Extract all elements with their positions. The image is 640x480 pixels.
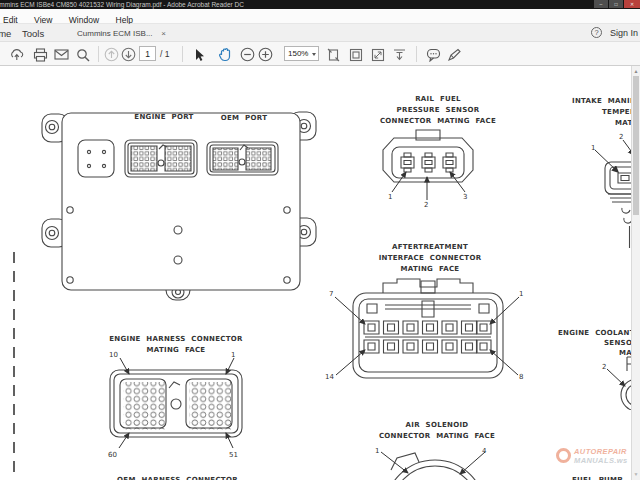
- window-controls: – □ ✕: [593, 0, 640, 9]
- air-solenoid-title: AIR SOLENOID CONNECTOR MATING FACE: [348, 420, 526, 442]
- ecm-module-drawing: [38, 106, 323, 302]
- window-titlebar: Cummins ECM ISBe4 CM850 4021532 Wiring D…: [0, 0, 640, 9]
- fullscreen-button[interactable]: [370, 47, 385, 62]
- fit-width-icon: [392, 48, 407, 62]
- scroll-up-icon[interactable]: ▲: [632, 67, 640, 76]
- engine-harness-pin-51: 51: [229, 451, 238, 459]
- minimize-button[interactable]: –: [594, 0, 608, 8]
- previous-page-button[interactable]: [104, 47, 119, 62]
- toolbar-divider: [182, 46, 183, 62]
- aftertreatment-pin-8: 8: [519, 373, 523, 381]
- zoom-in-button[interactable]: [258, 47, 273, 62]
- rail-fuel-pin-3: 3: [463, 193, 467, 201]
- fit-height-button[interactable]: [326, 47, 341, 62]
- rail-fuel-pin-1: 1: [388, 193, 392, 201]
- engine-harness-connector-drawing: [100, 348, 255, 456]
- maximize-button[interactable]: □: [609, 0, 623, 8]
- printer-icon: [33, 48, 48, 62]
- minus-circle-icon: [240, 47, 255, 62]
- oem-port-label: OEM PORT: [208, 113, 280, 124]
- toolbar: 1 / 1 150%: [0, 42, 640, 66]
- intake-manifold-connector-drawing: [560, 128, 640, 253]
- aftertreatment-connector-drawing: [325, 275, 530, 387]
- sign-in-button[interactable]: Sign In: [610, 28, 638, 38]
- aftertreatment-pin-1: 1: [519, 290, 523, 298]
- fit-page-button[interactable]: [348, 47, 363, 62]
- page-total-label: / 1: [160, 49, 169, 59]
- plus-circle-icon: [258, 47, 273, 62]
- comment-button[interactable]: [426, 47, 441, 62]
- select-arrow-icon: [193, 48, 205, 62]
- watermark: AUTOREPAIR MANUALS.ws: [556, 446, 636, 472]
- air-solenoid-connector-drawing: [363, 446, 511, 480]
- engine-port-label: ENGINE PORT: [120, 112, 208, 123]
- tab-close-icon[interactable]: ×: [161, 29, 166, 38]
- aftertreatment-pin-7: 7: [329, 290, 333, 298]
- air-solenoid-pin-4: 4: [482, 447, 486, 455]
- help-icon[interactable]: ?: [591, 27, 602, 38]
- vertical-scrollbar[interactable]: ▲ ▼: [631, 66, 640, 480]
- envelope-icon: [54, 49, 69, 60]
- comment-bubble-icon: [426, 48, 441, 62]
- chevron-down-icon: [312, 53, 316, 56]
- aftertreatment-pin-14: 14: [325, 373, 334, 381]
- fullscreen-icon: [371, 48, 385, 62]
- window-title: Cummins ECM ISBe4 CM850 4021532 Wiring D…: [0, 1, 244, 8]
- rail-fuel-pin-2: 2: [424, 201, 428, 209]
- close-button[interactable]: ✕: [624, 0, 640, 8]
- watermark-line1: AUTOREPAIR: [574, 447, 627, 456]
- fuel-pump-title-partial: FUEL PUMP: [572, 475, 632, 480]
- close-icon: ✕: [630, 1, 634, 7]
- intake-pin-2: 2: [619, 133, 623, 141]
- zoom-level-dropdown[interactable]: 150%: [284, 46, 319, 61]
- select-tool-button[interactable]: [191, 47, 206, 62]
- scroll-down-icon[interactable]: ▼: [632, 470, 640, 479]
- fit-page-icon: [349, 48, 363, 62]
- watermark-line2: MANUALS.ws: [574, 456, 628, 465]
- tabbar: Home Tools Cummins ECM ISB... × ? Sign I…: [0, 24, 640, 42]
- hand-tool-button[interactable]: [217, 47, 232, 62]
- zoom-level-value: 150%: [288, 49, 308, 58]
- page-up-icon: [104, 47, 119, 62]
- toolbar-divider: [98, 46, 99, 62]
- save-to-cloud-button[interactable]: [9, 47, 24, 62]
- tab-document[interactable]: Cummins ECM ISB... ×: [62, 24, 158, 42]
- aftertreatment-title: AFTERTREATMENT INTERFACE CONNECTOR MATIN…: [343, 242, 517, 275]
- pen-icon: [447, 48, 462, 62]
- diagram-dashed-border: [13, 252, 15, 480]
- tabbar-right: ? Sign In: [591, 27, 638, 38]
- minimize-icon: –: [600, 1, 603, 7]
- intake-pin-1: 1: [591, 144, 595, 152]
- pdf-document-canvas[interactable]: ENGINE PORT OEM PORT RAIL FUEL PRESSURE …: [0, 66, 640, 480]
- intake-title-line1: INTAKE MANIFOLD: [572, 96, 640, 107]
- search-icon: [76, 48, 90, 62]
- engine-harness-pin-1: 1: [231, 351, 235, 359]
- maximize-icon: □: [614, 1, 617, 7]
- engine-harness-pin-10: 10: [109, 351, 118, 359]
- print-button[interactable]: [33, 47, 48, 62]
- fit-width-button[interactable]: [392, 47, 407, 62]
- scrollbar-thumb[interactable]: [633, 76, 639, 215]
- fit-height-icon: [327, 48, 340, 62]
- tab-home[interactable]: Home: [0, 28, 11, 39]
- page-number-input[interactable]: 1: [139, 46, 156, 61]
- fill-sign-button[interactable]: [447, 47, 462, 62]
- watermark-logo-icon: [556, 448, 571, 463]
- hand-icon: [217, 47, 232, 62]
- coolant-pin-2: 2: [602, 363, 606, 371]
- rail-fuel-title: RAIL FUEL PRESSURE SENSOR CONNECTOR MATI…: [350, 94, 526, 127]
- air-solenoid-pin-1: 1: [375, 447, 379, 455]
- email-button[interactable]: [54, 47, 69, 62]
- oem-harness-title-partial: OEM HARNESS CONNECTOR: [85, 475, 270, 480]
- tab-document-label: Cummins ECM ISB...: [77, 29, 153, 38]
- search-button[interactable]: [75, 47, 90, 62]
- tab-tools[interactable]: Tools: [22, 28, 44, 39]
- page-down-icon: [121, 47, 136, 62]
- cloud-upload-icon: [9, 48, 24, 61]
- next-page-button[interactable]: [121, 47, 136, 62]
- toolbar-divider: [416, 46, 417, 62]
- menubar: Edit View Window Help: [0, 9, 640, 24]
- zoom-out-button[interactable]: [240, 47, 255, 62]
- engine-harness-pin-60: 60: [108, 451, 117, 459]
